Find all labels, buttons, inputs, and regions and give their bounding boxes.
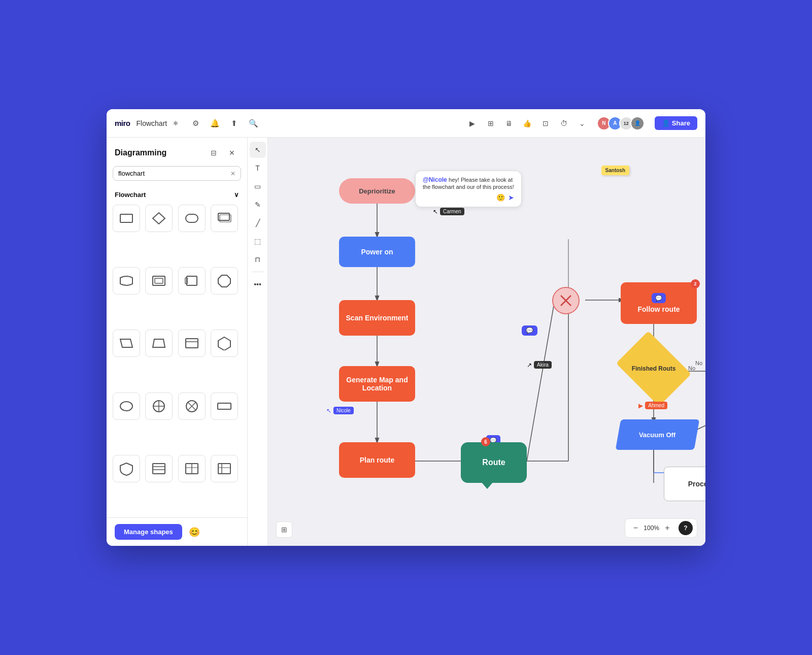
shape-hexagon[interactable] (211, 330, 238, 357)
expand-button[interactable]: ⊞ (276, 521, 292, 538)
node-generate-map[interactable]: Generate Map and Location (339, 366, 415, 402)
follow-route-badge: 2 (691, 279, 700, 288)
line-tool[interactable]: ╱ (250, 215, 266, 231)
canvas-area[interactable]: No Yes Deprioritize @Nicole hey! Please … (268, 138, 705, 546)
zoom-level: 100% (644, 525, 659, 532)
svg-rect-7 (187, 276, 197, 285)
svg-marker-1 (153, 213, 165, 224)
main-area: Diagramming ⊟ ✕ ✕ Flowchart ∨ (107, 138, 705, 546)
shape-rect[interactable] (113, 205, 140, 232)
svg-marker-11 (153, 339, 165, 347)
svg-rect-22 (218, 403, 231, 409)
node-vacuum-off[interactable]: Vacuum Off (616, 419, 700, 450)
santosh-sticky: Santosh (601, 166, 629, 175)
route-badge: 6 (481, 437, 490, 446)
app-logo: miro (115, 119, 130, 127)
text-tool[interactable]: T (250, 160, 266, 176)
node-follow-route[interactable]: 💬 Follow route 2 (621, 282, 697, 324)
expand-icon[interactable]: ▶ (465, 116, 480, 131)
pen-tool[interactable]: ✎ (250, 196, 266, 213)
emoji-reaction-btn[interactable]: 🙂 (496, 193, 505, 202)
shape-list[interactable] (145, 455, 173, 482)
filter-icon[interactable]: ⊟ (207, 146, 221, 160)
float-msg-icon: 💬 (522, 325, 537, 336)
frame-tool[interactable]: ⬚ (250, 233, 266, 249)
app-window: miro Flowchart ✱ ⚙ 🔔 ⬆ 🔍 ▶ ⊞ 🖥 👍 ⊡ ⏱ ⌄ N… (107, 109, 705, 546)
emoji-icon[interactable]: 😊 (187, 525, 201, 539)
shape-trapezoid[interactable] (145, 330, 173, 357)
svg-rect-23 (153, 464, 165, 474)
node-power-on[interactable]: Power on (339, 237, 415, 267)
node-route-wrapper[interactable]: 6 💬 Route (461, 442, 527, 483)
shape-curved-rect[interactable] (113, 267, 140, 294)
manage-shapes-button[interactable]: Manage shapes (115, 524, 182, 540)
shape-shield[interactable] (113, 455, 140, 482)
more-icon[interactable]: ⌄ (574, 116, 590, 131)
connector-tool[interactable]: ⊓ (250, 251, 266, 268)
document-title[interactable]: Flowchart (137, 119, 167, 127)
search-clear-icon[interactable]: ✕ (230, 170, 235, 177)
carmen-cursor: ↖ Carmen (433, 208, 464, 215)
frame-icon[interactable]: ⊡ (538, 116, 553, 131)
shape-diamond[interactable] (145, 205, 173, 232)
node-route[interactable]: Route (461, 442, 527, 483)
cursor-tool[interactable]: ↖ (250, 142, 266, 158)
send-comment-btn[interactable]: ➤ (508, 193, 514, 202)
akira-cursor: ↗ Akira (527, 361, 552, 369)
zoom-out-button[interactable]: − (629, 522, 641, 534)
ahmed-cursor: ▶ Ahmed (638, 402, 667, 409)
like-icon[interactable]: 👍 (520, 116, 535, 131)
shape-wide-rect[interactable] (211, 392, 238, 420)
shape-side-rect[interactable] (178, 267, 206, 294)
search-box: ✕ (113, 166, 241, 181)
upload-icon[interactable]: ⬆ (227, 116, 241, 130)
more-tools[interactable]: ••• (250, 276, 266, 292)
timer-icon[interactable]: ⏱ (556, 116, 571, 131)
node-scan-env[interactable]: Scan Environment (339, 300, 415, 336)
shape-left-list[interactable] (211, 455, 238, 482)
shape-oval[interactable] (113, 392, 140, 420)
no-label: No (695, 360, 702, 366)
svg-rect-12 (186, 339, 198, 348)
shape-rect2[interactable] (178, 330, 206, 357)
shape-parallelogram[interactable] (113, 330, 140, 357)
svg-rect-6 (155, 278, 163, 283)
svg-rect-2 (186, 214, 198, 222)
sidebar-footer: Manage shapes 😊 (107, 517, 247, 546)
avatar-group: N A 12 👤 (600, 116, 645, 130)
svg-line-37 (527, 300, 555, 461)
settings-icon[interactable]: ⚙ (188, 116, 202, 130)
close-icon[interactable]: ✕ (225, 146, 239, 160)
shape-x-circle[interactable] (178, 392, 206, 420)
search-input[interactable] (118, 170, 227, 177)
shape-cross-circle[interactable] (145, 392, 173, 420)
share-button[interactable]: 👤 Share (655, 116, 697, 130)
node-plan-route[interactable]: Plan route (339, 442, 415, 478)
carmen-cursor-arrow: ↖ (433, 208, 438, 215)
node-finished-routs-wrapper[interactable]: Finished Routs (623, 346, 684, 391)
header-icon-group: ⚙ 🔔 ⬆ 🔍 (188, 116, 260, 130)
bell-icon[interactable]: 🔔 (208, 116, 222, 130)
table-icon[interactable]: ⊞ (483, 116, 498, 131)
shapes-grid (107, 203, 247, 517)
follow-route-msg-icon: 💬 (652, 293, 666, 303)
sidebar-header: Diagramming ⊟ ✕ (107, 138, 247, 166)
help-button[interactable]: ? (679, 521, 693, 535)
shape-rounded-rect[interactable] (178, 205, 206, 232)
shape-double-rect[interactable] (211, 205, 238, 232)
svg-rect-29 (218, 464, 230, 474)
node-deprioritize[interactable]: Deprioritize (339, 178, 415, 204)
shape-double-list[interactable] (178, 455, 206, 482)
shape-octagon[interactable] (211, 267, 238, 294)
search-icon[interactable]: 🔍 (246, 116, 260, 130)
vertical-toolbar: ↖ T ▭ ✎ ╱ ⬚ ⊓ ••• (248, 138, 268, 546)
node-process[interactable]: Process (664, 467, 705, 501)
section-chevron-icon: ∨ (234, 191, 239, 199)
zoom-in-button[interactable]: + (661, 522, 673, 534)
sidebar-title: Diagramming (115, 148, 202, 157)
screen-icon[interactable]: 🖥 (501, 116, 517, 131)
header: miro Flowchart ✱ ⚙ 🔔 ⬆ 🔍 ▶ ⊞ 🖥 👍 ⊡ ⏱ ⌄ N… (107, 109, 705, 138)
node-decision-cross[interactable] (552, 287, 580, 314)
shape-inner-rect[interactable] (145, 267, 173, 294)
shapes-tool[interactable]: ▭ (250, 178, 266, 194)
